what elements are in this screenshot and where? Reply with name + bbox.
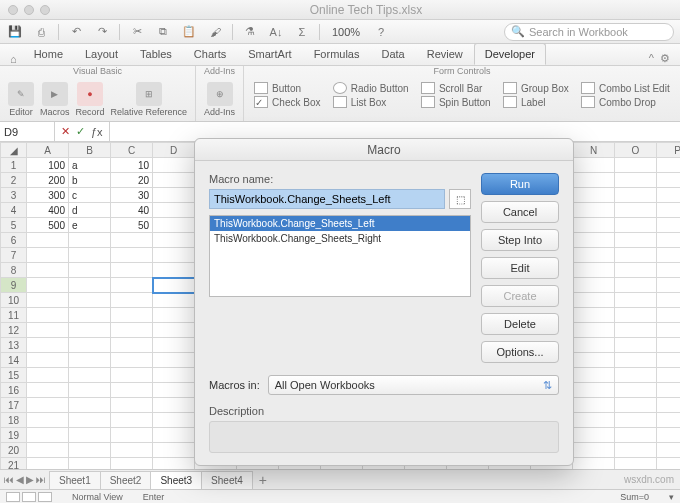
cell[interactable] xyxy=(27,338,69,353)
fc-button[interactable]: Button xyxy=(254,82,321,94)
cell[interactable] xyxy=(573,218,615,233)
cell[interactable] xyxy=(69,248,111,263)
sheet-tab-1[interactable]: Sheet1 xyxy=(49,471,101,489)
cell[interactable] xyxy=(573,338,615,353)
col-header[interactable]: O xyxy=(615,143,657,158)
cell[interactable] xyxy=(153,263,195,278)
cell[interactable] xyxy=(27,263,69,278)
cell[interactable] xyxy=(69,398,111,413)
cell[interactable] xyxy=(153,233,195,248)
status-chevron-icon[interactable]: ▾ xyxy=(669,492,674,502)
cell[interactable] xyxy=(615,218,657,233)
macro-list-item[interactable]: ThisWorkbook.Change_Sheets_Right xyxy=(210,231,470,246)
macros-in-select[interactable]: All Open Workbooks ⇅ xyxy=(268,375,559,395)
cell[interactable] xyxy=(657,278,681,293)
cell[interactable] xyxy=(27,248,69,263)
ribbon-settings-icon[interactable]: ⚙ xyxy=(660,52,670,65)
cell[interactable] xyxy=(615,413,657,428)
cell[interactable] xyxy=(111,368,153,383)
row-header[interactable]: 1 xyxy=(1,158,27,173)
cell[interactable] xyxy=(573,398,615,413)
reference-icon[interactable]: ⬚ xyxy=(449,189,471,209)
cell[interactable]: 20 xyxy=(111,173,153,188)
cell[interactable] xyxy=(615,188,657,203)
cell[interactable] xyxy=(657,383,681,398)
cell[interactable] xyxy=(657,368,681,383)
row-header[interactable]: 15 xyxy=(1,368,27,383)
view-page-break-icon[interactable] xyxy=(38,492,52,502)
cell[interactable] xyxy=(27,443,69,458)
cell[interactable] xyxy=(27,353,69,368)
cell[interactable] xyxy=(27,308,69,323)
fc-combo-list-edit[interactable]: Combo List Edit xyxy=(581,82,670,94)
cell[interactable] xyxy=(573,368,615,383)
cell[interactable]: 100 xyxy=(27,158,69,173)
cell[interactable] xyxy=(615,353,657,368)
cell[interactable] xyxy=(573,203,615,218)
cell[interactable] xyxy=(615,443,657,458)
cell[interactable] xyxy=(111,443,153,458)
cell[interactable]: 30 xyxy=(111,188,153,203)
step-into-button[interactable]: Step Into xyxy=(481,229,559,251)
row-header[interactable]: 14 xyxy=(1,353,27,368)
cell[interactable] xyxy=(153,293,195,308)
cell[interactable]: d xyxy=(69,203,111,218)
cell[interactable] xyxy=(69,443,111,458)
cell[interactable] xyxy=(27,278,69,293)
cell[interactable] xyxy=(573,293,615,308)
cell[interactable] xyxy=(111,263,153,278)
cell[interactable] xyxy=(111,278,153,293)
save-icon[interactable]: 💾 xyxy=(6,23,24,41)
zoom-level[interactable]: 100% xyxy=(328,26,364,38)
cell[interactable] xyxy=(657,263,681,278)
redo-icon[interactable]: ↷ xyxy=(93,23,111,41)
row-header[interactable]: 19 xyxy=(1,428,27,443)
cell[interactable]: 50 xyxy=(111,218,153,233)
tab-formulas[interactable]: Formulas xyxy=(303,43,371,65)
cell[interactable] xyxy=(657,338,681,353)
undo-icon[interactable]: ↶ xyxy=(67,23,85,41)
cell[interactable] xyxy=(573,158,615,173)
edit-button[interactable]: Edit xyxy=(481,257,559,279)
cell[interactable] xyxy=(69,263,111,278)
col-header[interactable]: D xyxy=(153,143,195,158)
cell[interactable] xyxy=(111,398,153,413)
delete-button[interactable]: Delete xyxy=(481,313,559,335)
cell[interactable] xyxy=(153,353,195,368)
relative-reference-button[interactable]: ⊞Relative Reference xyxy=(111,82,188,117)
cell[interactable] xyxy=(615,293,657,308)
cell[interactable] xyxy=(153,173,195,188)
cell[interactable] xyxy=(657,218,681,233)
cell[interactable]: e xyxy=(69,218,111,233)
cell[interactable] xyxy=(657,158,681,173)
cell[interactable] xyxy=(69,233,111,248)
cell[interactable] xyxy=(573,233,615,248)
row-header[interactable]: 10 xyxy=(1,293,27,308)
cell[interactable] xyxy=(111,323,153,338)
sort-icon[interactable]: A↓ xyxy=(267,23,285,41)
collapse-ribbon-icon[interactable]: ^ xyxy=(649,52,654,65)
cell[interactable] xyxy=(111,428,153,443)
cell[interactable] xyxy=(573,353,615,368)
cell[interactable] xyxy=(615,248,657,263)
cell[interactable] xyxy=(27,293,69,308)
cell[interactable] xyxy=(573,263,615,278)
cell[interactable] xyxy=(153,413,195,428)
cell[interactable] xyxy=(657,413,681,428)
cell[interactable] xyxy=(615,173,657,188)
fc-list-box[interactable]: List Box xyxy=(333,96,409,108)
cell[interactable] xyxy=(657,308,681,323)
cell[interactable] xyxy=(27,398,69,413)
cell[interactable] xyxy=(111,308,153,323)
cell[interactable] xyxy=(111,248,153,263)
sheet-nav-last-icon[interactable]: ⏭ xyxy=(36,474,46,485)
row-header[interactable]: 13 xyxy=(1,338,27,353)
row-header[interactable]: 9 xyxy=(1,278,27,293)
cell[interactable] xyxy=(573,248,615,263)
paste-icon[interactable]: 📋 xyxy=(180,23,198,41)
row-header[interactable]: 20 xyxy=(1,443,27,458)
sheet-tab-4[interactable]: Sheet4 xyxy=(201,471,253,489)
cell[interactable] xyxy=(657,323,681,338)
row-header[interactable]: 5 xyxy=(1,218,27,233)
cell[interactable] xyxy=(573,188,615,203)
